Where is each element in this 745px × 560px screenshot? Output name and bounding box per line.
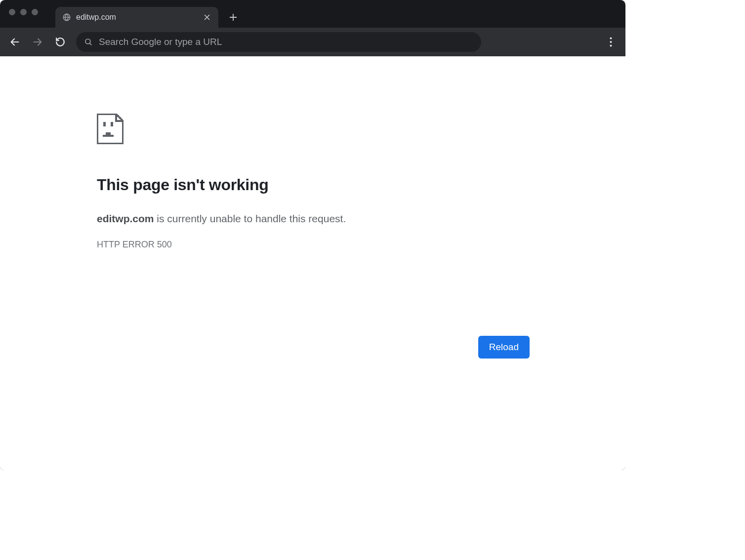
svg-rect-5 [103, 122, 106, 126]
browser-menu-button[interactable] [601, 32, 621, 52]
svg-point-3 [610, 41, 612, 43]
broken-page-icon [97, 114, 530, 146]
tab-title: editwp.com [76, 13, 198, 22]
address-bar[interactable] [76, 32, 481, 52]
svg-rect-6 [111, 122, 113, 126]
back-button[interactable] [5, 32, 25, 52]
error-message-tail: is currently unable to handle this reque… [154, 213, 346, 224]
zoom-window-button[interactable] [32, 9, 38, 15]
error-message: editwp.com is currently unable to handle… [97, 213, 530, 225]
svg-rect-8 [119, 117, 121, 119]
new-tab-button[interactable] [223, 7, 243, 27]
address-input[interactable] [99, 37, 473, 47]
browser-window: editwp.com [0, 0, 625, 470]
titlebar: editwp.com [0, 0, 625, 28]
svg-rect-7 [117, 115, 119, 117]
svg-point-2 [610, 38, 612, 40]
reload-icon-button[interactable] [50, 32, 70, 52]
window-controls [9, 9, 38, 15]
browser-tab[interactable]: editwp.com [55, 7, 218, 28]
globe-icon [62, 13, 71, 22]
tab-strip: editwp.com [55, 0, 243, 28]
minimize-window-button[interactable] [20, 9, 27, 15]
error-code: HTTP ERROR 500 [97, 240, 530, 250]
forward-button[interactable] [28, 32, 47, 52]
page-content: This page isn't working editwp.com is cu… [0, 56, 625, 470]
search-icon [84, 38, 93, 46]
reload-button[interactable]: Reload [478, 336, 530, 359]
svg-point-4 [610, 45, 612, 47]
error-container: This page isn't working editwp.com is cu… [97, 114, 530, 250]
close-window-button[interactable] [9, 9, 15, 15]
close-tab-button[interactable] [203, 13, 211, 22]
error-title: This page isn't working [97, 176, 530, 194]
error-host: editwp.com [97, 213, 154, 224]
toolbar [0, 28, 625, 56]
